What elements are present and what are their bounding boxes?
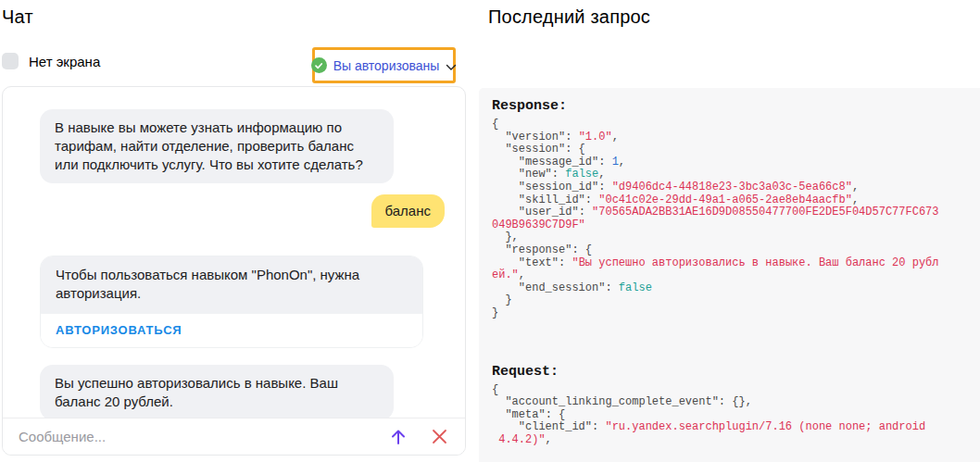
chat-card: Чтобы пользоваться навыком "PhonOn", нуж…	[40, 256, 423, 348]
no-screen-option: Нет экрана	[2, 53, 100, 69]
message-list: В навыке вы можете узнать информацию по …	[3, 87, 465, 418]
request-json: { "account_linking_complete_event": {}, …	[492, 384, 974, 447]
auth-status-label: Вы авторизованы	[333, 58, 440, 73]
code-line: },	[492, 231, 974, 244]
code-line: "version": "1.0",	[492, 131, 974, 144]
skill-tester-page: Чат Нет экрана Вы авторизованы В навыке …	[0, 0, 980, 462]
code-line: "user_id": "70565ADA2BB31AE16D9D08550477…	[492, 206, 974, 219]
code-line: "client_id": "ru.yandex.searchplugin/7.1…	[492, 421, 974, 434]
response-json: { "version": "1.0", "session": { "messag…	[492, 119, 974, 320]
code-line: "response": {	[492, 244, 974, 257]
chat-message-user: баланс	[371, 194, 445, 228]
check-circle-icon	[311, 57, 327, 73]
response-label: Response:	[492, 98, 974, 114]
code-line: }	[492, 294, 974, 307]
code-line: "account_linking_complete_event": {},	[492, 396, 974, 409]
chat-message-bot: В навыке вы можете узнать информацию по …	[40, 109, 394, 183]
code-line: "end_session": false	[492, 282, 974, 295]
no-screen-label: Нет экрана	[29, 54, 100, 69]
code-line: {	[492, 384, 974, 397]
code-line: "skill_id": "0c41c02e-29dd-49a1-a065-2ae…	[492, 194, 974, 207]
code-line: "new": false,	[492, 169, 974, 181]
send-arrow-icon[interactable]	[388, 427, 408, 447]
code-line: 4.4.2)",	[492, 434, 974, 447]
chat-panel-title: Чат	[2, 6, 33, 28]
code-line: "session": {	[492, 144, 974, 156]
clear-chat-icon[interactable]	[429, 427, 449, 447]
code-line: }	[492, 307, 974, 320]
no-screen-checkbox[interactable]	[2, 53, 19, 69]
request-section: Request: { "account_linking_complete_eve…	[492, 364, 974, 447]
code-line: 049B9639C7D9F"	[492, 219, 974, 232]
code-line: "message_id": 1,	[492, 156, 974, 169]
request-label: Request:	[492, 364, 974, 380]
authorize-button[interactable]: АВТОРИЗОВАТЬСЯ	[41, 314, 422, 347]
code-line: "session_id": "d9406dc4-44818e23-3bc3a03…	[492, 181, 974, 194]
auth-status-dropdown[interactable]: Вы авторизованы	[312, 47, 456, 83]
request-inspector: Response: { "version": "1.0", "session":…	[479, 88, 980, 462]
code-line: "text": "Вы успешно авторизовались в нав…	[492, 257, 974, 270]
code-line: ей.",	[492, 269, 974, 282]
message-input-row	[3, 418, 465, 455]
chevron-down-icon	[446, 58, 457, 75]
response-section: Response: { "version": "1.0", "session":…	[492, 98, 974, 320]
chat-card-text: Чтобы пользоваться навыком "PhonOn", нуж…	[41, 256, 422, 314]
chat-window: В навыке вы можете узнать информацию по …	[2, 86, 466, 456]
code-line: "meta": {	[492, 409, 974, 422]
code-line: {	[492, 119, 974, 131]
message-input[interactable]	[19, 429, 368, 444]
inspector-panel-title: Последний запрос	[488, 6, 650, 28]
chat-message-bot: Вы успешно авторизовались в навыке. Ваш …	[40, 365, 394, 418]
